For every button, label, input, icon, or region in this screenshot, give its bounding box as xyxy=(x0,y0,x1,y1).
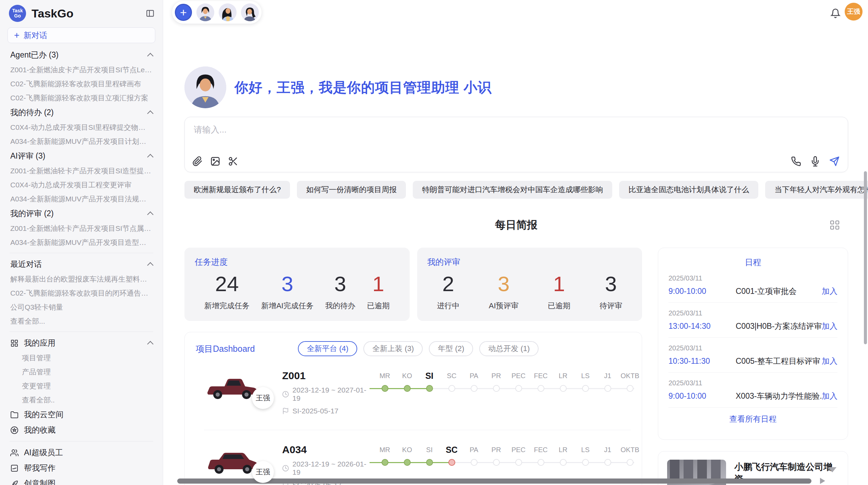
milestone-label: FEC xyxy=(530,371,552,381)
schedule-event-title: C003|H0B-方案冻结评审 xyxy=(736,321,822,332)
image-icon[interactable] xyxy=(210,156,220,166)
suggestion-chip[interactable]: 当下年轻人对汽车外观有怎样的喜好趋势 xyxy=(765,181,868,199)
sidebar-item-my-apps[interactable]: 我的应用 xyxy=(0,335,163,351)
sidebar-item[interactable]: A034-全新新能源MUV产品开发项目法规符合性评审 xyxy=(0,192,163,206)
ai-super-staff-label: AI超级员工 xyxy=(24,447,153,458)
milestone-label: PR xyxy=(485,445,507,455)
app-title: TaskGo xyxy=(32,7,146,20)
send-icon[interactable] xyxy=(829,156,840,166)
project-dates: 2023-12-19 ~ 2027-01-19 xyxy=(292,386,371,402)
suggestion-chip[interactable]: 欧洲新规最近颁布了什么? xyxy=(184,181,290,199)
milestone-dot xyxy=(493,459,500,466)
tab-powertrain[interactable]: 动总开发 (1) xyxy=(479,341,539,356)
view-all-schedule-link[interactable]: 查看所有日程 xyxy=(668,408,837,431)
scroll-down-arrow-icon[interactable] xyxy=(828,467,836,472)
sidebar-item-creative-drawing[interactable]: 创意制图 xyxy=(0,476,163,485)
phone-call-icon[interactable] xyxy=(791,156,801,166)
milestone-label: PEC xyxy=(507,445,530,455)
stat-my-todo: 3 我的待办 xyxy=(325,272,355,311)
milestone-label: OKTB xyxy=(619,445,641,455)
section-header-my-todo[interactable]: 我的待办 (2) xyxy=(0,105,163,120)
milestone-dot xyxy=(493,385,500,392)
join-link[interactable]: 加入 xyxy=(822,286,837,297)
milestone-dot-current-overdue xyxy=(448,459,455,466)
sidebar-item[interactable]: C0X4-动力总成开发项目SI里程碑提交物检查 xyxy=(0,120,163,134)
section-header-agent-done[interactable]: Agent已办 (3) xyxy=(0,47,163,63)
schedule-date: 2025/03/11 xyxy=(668,274,837,282)
recent-chat-item[interactable]: 公司Q3轻卡销量 xyxy=(0,300,163,314)
section-header-recent-chats[interactable]: 最近对话 xyxy=(0,257,163,272)
milestone-dot xyxy=(604,385,611,392)
chevron-up-icon xyxy=(147,110,153,116)
milestone-dot xyxy=(627,385,634,392)
writing-icon xyxy=(10,464,19,472)
suggestion-chip[interactable]: 比亚迪全固态电池计划具体说了什么 xyxy=(619,181,758,199)
section-header-ai-review[interactable]: AI评审 (3) xyxy=(0,148,163,164)
scroll-right-arrow-icon[interactable] xyxy=(820,478,825,484)
milestone-label: J1 xyxy=(596,445,619,455)
milestone-label: J1 xyxy=(596,371,619,381)
join-link[interactable]: 加入 xyxy=(822,321,837,332)
milestone-label: LR xyxy=(552,371,574,381)
suggestion-chips: 欧洲新规最近颁布了什么? 如何写一份清晰的项目周报 特朗普可能对进口汽车增税会对… xyxy=(184,181,868,199)
scissors-icon[interactable] xyxy=(228,156,238,166)
join-link[interactable]: 加入 xyxy=(822,356,837,366)
tab-year-model[interactable]: 年型 (2) xyxy=(429,341,473,356)
milestone-label: KO xyxy=(396,371,418,381)
schedule-item[interactable]: 2025/03/11 9:00-10:00 X003-车辆动力学性能验... 加… xyxy=(668,373,837,408)
app-item-change-mgmt[interactable]: 变更管理 xyxy=(0,379,163,393)
layout-grid-icon[interactable] xyxy=(830,221,839,229)
sidebar-item[interactable]: C02-飞腾新能源轻客改款项目里程碑画布 xyxy=(0,77,163,91)
app-item-product-mgmt[interactable]: 产品管理 xyxy=(0,365,163,379)
milestone-dot-done xyxy=(404,385,411,392)
microphone-icon[interactable] xyxy=(810,156,820,166)
horizontal-scrollbar-thumb[interactable] xyxy=(177,478,811,484)
recent-chat-item[interactable]: C02-飞腾新能源轻客改款项目的闭环通告反馈情况 xyxy=(0,286,163,300)
milestone-label: OKTB xyxy=(619,371,641,381)
chevron-up-icon xyxy=(147,53,153,59)
sidebar-item-ai-super-staff[interactable]: AI超级员工 xyxy=(0,445,163,460)
sidebar-item[interactable]: A034-全新新能源MUV产品开发项目计划变更表编写 xyxy=(0,134,163,148)
collapse-sidebar-icon[interactable] xyxy=(146,9,155,18)
sidebar-item-cloud-space[interactable]: 我的云空间 xyxy=(0,407,163,422)
schedule-time: 9:00-10:00 xyxy=(668,391,736,401)
view-all-apps-link[interactable]: 查看全部.. xyxy=(0,393,163,407)
recent-chat-item[interactable]: 解释最新出台的欧盟报废车法规再生塑料比例被调至15%... xyxy=(0,272,163,286)
schedule-item[interactable]: 2025/03/11 10:30-11:30 C005-整车工程目标评审 加入 xyxy=(668,338,837,373)
sidebar-item[interactable]: Z001-全新燃油轻卡产品开发项目SI节点属性5D文件评审 xyxy=(0,221,163,235)
project-row-z001[interactable]: 王强 Z001 2023-12-19 ~ 2027-01-19 SI-2025-… xyxy=(204,369,631,430)
tab-new-platform[interactable]: 全新平台 (4) xyxy=(298,341,357,356)
vertical-scrollbar-thumb[interactable] xyxy=(864,171,867,344)
schedule-item[interactable]: 2025/03/11 13:00-14:30 C003|H0B-方案冻结评审 加… xyxy=(668,303,837,338)
schedule-date: 2025/03/11 xyxy=(668,344,837,352)
join-link[interactable]: 加入 xyxy=(822,391,837,401)
sidebar-item[interactable]: C02-飞腾新能源轻客改款项目立项汇报方案 xyxy=(0,91,163,105)
sidebar-item-help-writing[interactable]: 帮我写作 xyxy=(0,460,163,476)
suggestion-chip[interactable]: 特朗普可能对进口汽车增税会对中国车企造成哪些影响 xyxy=(413,181,612,199)
folder-icon xyxy=(10,411,19,419)
my-apps-label: 我的应用 xyxy=(24,338,143,348)
schedule-item[interactable]: 2025/03/11 9:00-10:00 C001-立项审批会 加入 xyxy=(668,268,837,303)
chevron-up-icon xyxy=(147,262,153,268)
chevron-up-icon xyxy=(147,341,153,347)
flag-icon xyxy=(282,408,289,414)
paperclip-icon[interactable] xyxy=(192,156,203,166)
sidebar-item[interactable]: C0X4-动力总成开发项目工程变更评审 xyxy=(0,178,163,192)
sidebar-item-favorites[interactable]: 我的收藏 xyxy=(0,422,163,438)
milestone-dot xyxy=(604,459,611,466)
milestone-label: PR xyxy=(485,371,507,381)
sidebar-item[interactable]: A034-全新新能源MUV产品开发项目造型可行性评审 xyxy=(0,235,163,249)
section-header-my-review[interactable]: 我的评审 (2) xyxy=(0,206,163,221)
app-item-project-mgmt[interactable]: 项目管理 xyxy=(0,351,163,365)
schedule-time: 10:30-11:30 xyxy=(668,357,736,366)
project-flag: SI-2025-05-17 xyxy=(292,407,338,415)
chat-input-card[interactable]: 请输入... xyxy=(184,117,848,172)
dashboard-title: 项目Dashboard xyxy=(196,343,255,355)
tab-new-body[interactable]: 全新上装 (3) xyxy=(363,341,423,356)
milestone-label: PEC xyxy=(507,371,530,381)
sidebar-item[interactable]: Z001-全新燃油轻卡产品开发项目SI造型提交物评审 xyxy=(0,164,163,178)
sidebar-item[interactable]: Z001-全新燃油皮卡产品开发项目SI节点Lesson Learn报告 xyxy=(0,63,163,77)
new-chat-button[interactable]: + 新对话 xyxy=(8,27,155,43)
suggestion-chip[interactable]: 如何写一份清晰的项目周报 xyxy=(297,181,406,199)
view-all-chats-link[interactable]: 查看全部... xyxy=(0,314,163,328)
